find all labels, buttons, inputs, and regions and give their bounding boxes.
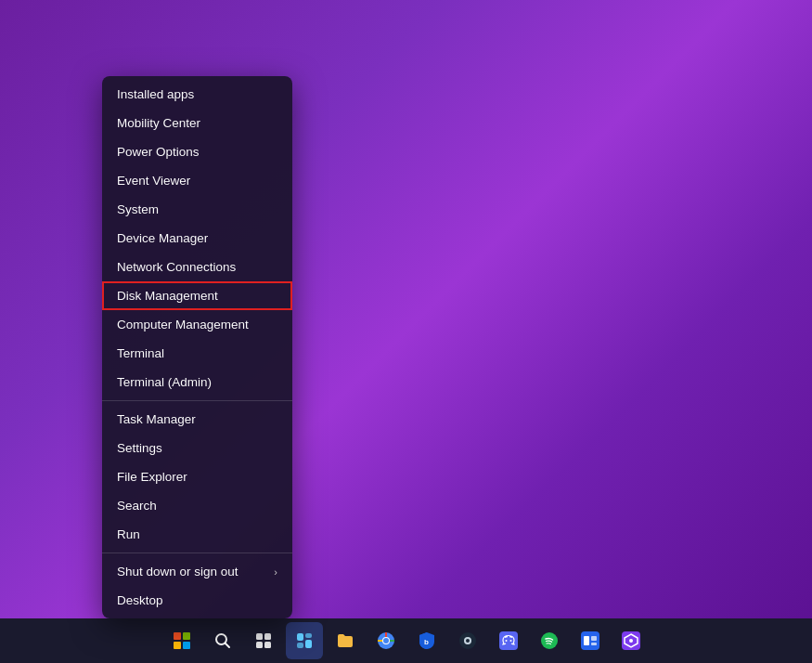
- discord-button[interactable]: [490, 622, 527, 659]
- spotify-icon: [540, 631, 559, 650]
- svg-rect-7: [305, 633, 312, 638]
- app2-button[interactable]: [612, 622, 650, 659]
- svg-rect-22: [584, 636, 589, 645]
- bitwarden-button[interactable]: b: [408, 622, 445, 659]
- chrome-button[interactable]: [367, 622, 405, 659]
- menu-item-search[interactable]: Search: [102, 491, 292, 520]
- menu-item-system[interactable]: System: [102, 195, 292, 224]
- svg-rect-3: [264, 633, 271, 640]
- menu-item-label-desktop: Desktop: [117, 593, 163, 607]
- menu-divider: [102, 552, 292, 553]
- svg-point-12: [383, 638, 389, 644]
- bitwarden-icon: b: [419, 631, 435, 650]
- menu-item-label-terminal: Terminal: [117, 346, 164, 360]
- menu-item-power-options[interactable]: Power Options: [102, 137, 292, 166]
- svg-rect-2: [256, 633, 263, 640]
- menu-item-disk-management[interactable]: Disk Management: [102, 281, 292, 310]
- menu-item-label-run: Run: [117, 527, 140, 541]
- svg-rect-24: [591, 643, 597, 645]
- discord-icon: [499, 631, 518, 650]
- search-taskbar-button[interactable]: [204, 622, 241, 659]
- menu-item-label-disk-management: Disk Management: [117, 289, 218, 303]
- menu-item-task-manager[interactable]: Task Manager: [102, 405, 292, 434]
- steam-icon: [458, 631, 477, 650]
- menu-item-label-device-manager: Device Manager: [117, 231, 208, 245]
- menu-item-label-system: System: [117, 202, 159, 216]
- task-view-icon: [255, 632, 272, 649]
- menu-item-shut-down[interactable]: Shut down or sign out›: [102, 557, 292, 586]
- menu-item-terminal[interactable]: Terminal: [102, 339, 292, 368]
- svg-text:b: b: [424, 638, 429, 646]
- widgets-icon: [295, 631, 314, 650]
- menu-item-label-terminal-admin: Terminal (Admin): [117, 375, 212, 389]
- svg-rect-9: [305, 640, 312, 648]
- menu-item-label-search: Search: [117, 499, 157, 513]
- menu-item-label-computer-management: Computer Management: [117, 318, 249, 332]
- app1-button[interactable]: [572, 622, 609, 659]
- context-menu: Installed appsMobility CenterPower Optio…: [102, 76, 292, 618]
- menu-item-label-installed-apps: Installed apps: [117, 87, 194, 101]
- menu-item-label-event-viewer: Event Viewer: [117, 174, 190, 188]
- menu-item-file-explorer[interactable]: File Explorer: [102, 462, 292, 491]
- menu-item-settings[interactable]: Settings: [102, 434, 292, 462]
- taskbar: b: [0, 618, 812, 663]
- menu-item-network-connections[interactable]: Network Connections: [102, 253, 292, 281]
- svg-point-26: [629, 639, 633, 643]
- svg-point-18: [505, 640, 507, 642]
- menu-item-label-mobility-center: Mobility Center: [117, 116, 200, 130]
- file-explorer-icon: [336, 631, 354, 650]
- app1-icon: [581, 631, 599, 650]
- app2-icon: [622, 631, 640, 650]
- svg-rect-17: [499, 631, 518, 650]
- menu-item-event-viewer[interactable]: Event Viewer: [102, 166, 292, 195]
- svg-point-16: [466, 639, 470, 643]
- menu-item-run[interactable]: Run: [102, 520, 292, 549]
- menu-item-terminal-admin[interactable]: Terminal (Admin): [102, 368, 292, 396]
- svg-rect-23: [591, 636, 597, 641]
- menu-item-mobility-center[interactable]: Mobility Center: [102, 109, 292, 137]
- menu-item-label-network-connections: Network Connections: [117, 260, 236, 274]
- windows-icon: [174, 632, 190, 649]
- svg-rect-6: [297, 633, 303, 641]
- start-button[interactable]: [163, 622, 200, 659]
- menu-item-label-power-options: Power Options: [117, 145, 200, 159]
- menu-item-label-task-manager: Task Manager: [117, 412, 196, 426]
- menu-item-label-settings: Settings: [117, 441, 162, 455]
- chrome-icon: [377, 631, 395, 650]
- svg-rect-8: [297, 643, 303, 648]
- menu-divider: [102, 400, 292, 401]
- svg-line-1: [225, 644, 229, 648]
- submenu-arrow-shut-down: ›: [274, 566, 277, 578]
- menu-item-computer-management[interactable]: Computer Management: [102, 310, 292, 339]
- menu-item-device-manager[interactable]: Device Manager: [102, 224, 292, 253]
- desktop: Installed appsMobility CenterPower Optio…: [0, 0, 812, 663]
- svg-rect-5: [264, 642, 271, 648]
- menu-item-desktop[interactable]: Desktop: [102, 586, 292, 615]
- menu-item-label-shut-down: Shut down or sign out: [117, 565, 238, 578]
- search-icon: [214, 632, 231, 649]
- spotify-button[interactable]: [531, 622, 568, 659]
- widgets-button[interactable]: [286, 622, 323, 659]
- file-explorer-button[interactable]: [327, 622, 364, 659]
- svg-rect-4: [256, 642, 263, 648]
- steam-button[interactable]: [449, 622, 486, 659]
- task-view-button[interactable]: [245, 622, 282, 659]
- menu-item-label-file-explorer: File Explorer: [117, 470, 187, 484]
- menu-item-installed-apps[interactable]: Installed apps: [102, 80, 292, 109]
- svg-point-19: [509, 640, 511, 642]
